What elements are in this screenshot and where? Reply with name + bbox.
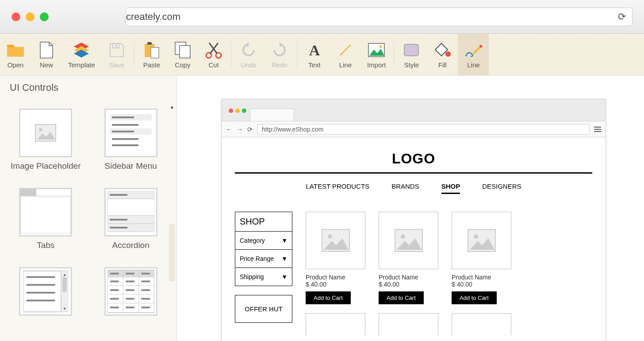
add-to-cart-button[interactable]: Add to Cart xyxy=(452,291,497,304)
product-card[interactable]: Product Name $ 40.00 Add to Cart xyxy=(379,212,438,304)
mockup-nav: LATEST PRODUCTS BRANDS SHOP DESIGNERS xyxy=(235,182,592,194)
filter-price-range[interactable]: Price Range▼ xyxy=(235,250,292,268)
import-button[interactable]: Import xyxy=(361,34,392,75)
traffic-lights xyxy=(12,12,49,21)
template-label: Template xyxy=(68,61,95,69)
svg-point-14 xyxy=(445,51,451,57)
menu-icon[interactable] xyxy=(594,127,601,132)
svg-text:▲: ▲ xyxy=(63,272,67,277)
cut-label: Cut xyxy=(208,61,218,69)
open-button[interactable]: Open xyxy=(0,34,31,75)
line-tool-button[interactable]: Line xyxy=(458,34,489,75)
svg-rect-1 xyxy=(115,44,117,46)
product-price: $ 40.00 xyxy=(452,281,511,288)
canvas[interactable]: ← → ⟳ http://www.eShop.com LOGO LATEST P… xyxy=(177,76,644,341)
address-bar[interactable]: creately.com ⟳ xyxy=(126,8,632,26)
svg-rect-24 xyxy=(20,189,36,196)
minimize-window-button[interactable] xyxy=(26,12,34,21)
add-to-cart-button[interactable]: Add to Cart xyxy=(379,291,424,304)
svg-rect-27 xyxy=(110,194,127,196)
fill-button[interactable]: Fill xyxy=(427,34,458,75)
product-image-placeholder xyxy=(379,313,438,335)
mockup-tab[interactable] xyxy=(250,108,294,121)
refresh-icon[interactable]: ⟳ xyxy=(618,11,626,23)
folder-icon xyxy=(6,41,25,59)
pencil-line-icon xyxy=(464,41,483,59)
svg-rect-57 xyxy=(126,290,134,291)
mockup-tab-bar xyxy=(222,99,606,121)
shape-tabs[interactable]: Tabs xyxy=(8,188,83,258)
redo-label: Redo xyxy=(272,61,288,69)
copy-button[interactable]: Copy xyxy=(167,34,198,75)
shape-list-scroll[interactable]: ▲▼ xyxy=(8,267,83,323)
svg-rect-30 xyxy=(110,219,127,221)
shape-sidebar-menu[interactable]: Sidebar Menu xyxy=(93,108,169,179)
mockup-logo: LOGO xyxy=(235,151,592,167)
paste-button[interactable]: Paste xyxy=(136,34,167,75)
nav-designers[interactable]: DESIGNERS xyxy=(482,182,521,194)
svg-rect-25 xyxy=(20,196,71,233)
text-button[interactable]: A Text xyxy=(299,34,330,75)
cut-button[interactable]: Cut xyxy=(198,34,229,75)
filter-heading: SHOP xyxy=(235,212,292,232)
mockup-browser-window[interactable]: ← → ⟳ http://www.eShop.com LOGO LATEST P… xyxy=(221,99,606,341)
nav-shop[interactable]: SHOP xyxy=(441,182,460,194)
maximize-window-button[interactable] xyxy=(40,12,49,21)
toolbar: Open New Template Save Paste xyxy=(0,34,644,76)
undo-button[interactable]: Undo xyxy=(233,34,264,75)
svg-text:A: A xyxy=(309,42,320,58)
forward-icon[interactable]: → xyxy=(237,126,243,133)
sidebar-title: UI Controls xyxy=(0,76,176,100)
offer-box[interactable]: OFFER HUT xyxy=(235,295,292,323)
reload-icon[interactable]: ⟳ xyxy=(247,126,253,133)
svg-rect-4 xyxy=(151,47,159,58)
cut-icon xyxy=(204,41,223,59)
filter-category[interactable]: Category▼ xyxy=(235,232,292,250)
svg-rect-55 xyxy=(141,281,150,283)
filter-shipping[interactable]: Shipping▼ xyxy=(235,268,292,286)
text-label: Text xyxy=(308,61,321,69)
redo-button[interactable]: Redo xyxy=(264,34,295,75)
style-button[interactable]: Style xyxy=(396,34,427,75)
nav-latest-products[interactable]: LATEST PRODUCTS xyxy=(306,182,369,194)
product-image-placeholder xyxy=(452,212,511,269)
svg-point-12 xyxy=(380,45,382,48)
shape-table[interactable] xyxy=(93,267,169,323)
mockup-url-input[interactable]: http://www.eShop.com xyxy=(257,124,590,135)
back-icon[interactable]: ← xyxy=(226,126,232,133)
save-label: Save xyxy=(109,61,124,69)
save-button[interactable]: Save xyxy=(101,34,132,75)
scrollbar-thumb[interactable] xyxy=(169,224,175,281)
toolbar-separator xyxy=(297,41,297,68)
svg-rect-61 xyxy=(141,298,150,300)
chevron-down-icon: ▼ xyxy=(281,273,288,280)
products-grid: Product Name $ 40.00 Add to Cart Product… xyxy=(306,212,511,304)
nav-brands[interactable]: BRANDS xyxy=(391,182,419,194)
shape-accordion[interactable]: Accordion xyxy=(93,188,169,258)
svg-rect-32 xyxy=(110,227,127,229)
product-price: $ 40.00 xyxy=(379,281,438,288)
shape-label: Tabs xyxy=(37,240,54,251)
close-window-button[interactable] xyxy=(12,12,20,21)
fill-icon xyxy=(433,41,452,59)
new-button[interactable]: New xyxy=(31,34,62,75)
svg-rect-58 xyxy=(141,290,150,291)
main-area: UI Controls ▲ Image Placeholder Sidebar … xyxy=(0,76,644,341)
divider xyxy=(235,172,592,174)
svg-rect-59 xyxy=(110,298,119,300)
product-card[interactable]: Product Name $ 40.00 Add to Cart xyxy=(452,212,511,304)
add-to-cart-button[interactable]: Add to Cart xyxy=(306,291,351,304)
shape-image-placeholder[interactable]: Image Placeholder xyxy=(8,108,83,179)
paste-label: Paste xyxy=(143,61,160,69)
svg-line-10 xyxy=(340,45,351,55)
address-bar-text: creately.com xyxy=(126,11,180,23)
new-label: New xyxy=(40,61,53,69)
svg-rect-38 xyxy=(27,276,55,278)
line-button[interactable]: Line xyxy=(330,34,361,75)
product-image-placeholder xyxy=(306,212,365,269)
template-button[interactable]: Template xyxy=(62,34,101,75)
svg-rect-23 xyxy=(112,144,138,146)
product-card[interactable]: Product Name $ 40.00 Add to Cart xyxy=(306,212,365,304)
scroll-up-arrow[interactable]: ▲ xyxy=(169,104,175,228)
copy-label: Copy xyxy=(175,61,190,69)
